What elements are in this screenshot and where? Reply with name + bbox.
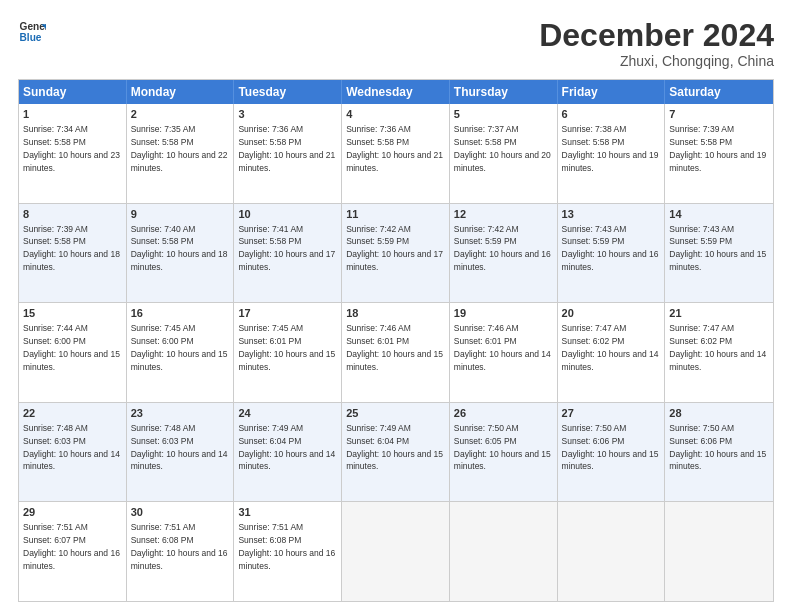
- day-number: 12: [454, 207, 553, 222]
- day-info: Sunrise: 7:40 AM Sunset: 5:58 PM Dayligh…: [131, 224, 228, 273]
- day-info: Sunrise: 7:38 AM Sunset: 5:58 PM Dayligh…: [562, 124, 659, 173]
- day-of-week-thursday: Thursday: [450, 80, 558, 104]
- day-number: 10: [238, 207, 337, 222]
- day-cell-19: 19Sunrise: 7:46 AM Sunset: 6:01 PM Dayli…: [450, 303, 558, 402]
- day-info: Sunrise: 7:37 AM Sunset: 5:58 PM Dayligh…: [454, 124, 551, 173]
- day-cell-2: 2Sunrise: 7:35 AM Sunset: 5:58 PM Daylig…: [127, 104, 235, 203]
- day-number: 24: [238, 406, 337, 421]
- day-cell-11: 11Sunrise: 7:42 AM Sunset: 5:59 PM Dayli…: [342, 204, 450, 303]
- day-number: 23: [131, 406, 230, 421]
- day-number: 13: [562, 207, 661, 222]
- month-title: December 2024: [539, 18, 774, 53]
- svg-text:General: General: [20, 21, 46, 32]
- logo-icon: General Blue: [18, 18, 46, 46]
- day-cell-9: 9Sunrise: 7:40 AM Sunset: 5:58 PM Daylig…: [127, 204, 235, 303]
- day-cell-13: 13Sunrise: 7:43 AM Sunset: 5:59 PM Dayli…: [558, 204, 666, 303]
- day-number: 1: [23, 107, 122, 122]
- day-of-week-monday: Monday: [127, 80, 235, 104]
- day-info: Sunrise: 7:51 AM Sunset: 6:07 PM Dayligh…: [23, 522, 120, 571]
- day-info: Sunrise: 7:39 AM Sunset: 5:58 PM Dayligh…: [23, 224, 120, 273]
- day-cell-14: 14Sunrise: 7:43 AM Sunset: 5:59 PM Dayli…: [665, 204, 773, 303]
- day-number: 8: [23, 207, 122, 222]
- day-info: Sunrise: 7:45 AM Sunset: 6:00 PM Dayligh…: [131, 323, 228, 372]
- day-info: Sunrise: 7:50 AM Sunset: 6:05 PM Dayligh…: [454, 423, 551, 472]
- day-cell-26: 26Sunrise: 7:50 AM Sunset: 6:05 PM Dayli…: [450, 403, 558, 502]
- day-info: Sunrise: 7:34 AM Sunset: 5:58 PM Dayligh…: [23, 124, 120, 173]
- day-cell-20: 20Sunrise: 7:47 AM Sunset: 6:02 PM Dayli…: [558, 303, 666, 402]
- day-info: Sunrise: 7:50 AM Sunset: 6:06 PM Dayligh…: [669, 423, 766, 472]
- day-info: Sunrise: 7:36 AM Sunset: 5:58 PM Dayligh…: [238, 124, 335, 173]
- day-info: Sunrise: 7:50 AM Sunset: 6:06 PM Dayligh…: [562, 423, 659, 472]
- day-cell-22: 22Sunrise: 7:48 AM Sunset: 6:03 PM Dayli…: [19, 403, 127, 502]
- day-number: 5: [454, 107, 553, 122]
- day-cell-12: 12Sunrise: 7:42 AM Sunset: 5:59 PM Dayli…: [450, 204, 558, 303]
- day-number: 18: [346, 306, 445, 321]
- calendar-row: 8Sunrise: 7:39 AM Sunset: 5:58 PM Daylig…: [19, 204, 773, 304]
- day-cell-10: 10Sunrise: 7:41 AM Sunset: 5:58 PM Dayli…: [234, 204, 342, 303]
- day-cell-30: 30Sunrise: 7:51 AM Sunset: 6:08 PM Dayli…: [127, 502, 235, 601]
- day-info: Sunrise: 7:45 AM Sunset: 6:01 PM Dayligh…: [238, 323, 335, 372]
- empty-cell: [342, 502, 450, 601]
- day-info: Sunrise: 7:44 AM Sunset: 6:00 PM Dayligh…: [23, 323, 120, 372]
- day-of-week-saturday: Saturday: [665, 80, 773, 104]
- day-info: Sunrise: 7:43 AM Sunset: 5:59 PM Dayligh…: [669, 224, 766, 273]
- day-cell-17: 17Sunrise: 7:45 AM Sunset: 6:01 PM Dayli…: [234, 303, 342, 402]
- day-number: 22: [23, 406, 122, 421]
- day-number: 31: [238, 505, 337, 520]
- day-number: 14: [669, 207, 769, 222]
- app-container: General Blue December 2024 Zhuxi, Chongq…: [0, 0, 792, 612]
- day-number: 28: [669, 406, 769, 421]
- header: General Blue December 2024 Zhuxi, Chongq…: [18, 18, 774, 69]
- day-cell-31: 31Sunrise: 7:51 AM Sunset: 6:08 PM Dayli…: [234, 502, 342, 601]
- day-info: Sunrise: 7:36 AM Sunset: 5:58 PM Dayligh…: [346, 124, 443, 173]
- day-info: Sunrise: 7:46 AM Sunset: 6:01 PM Dayligh…: [454, 323, 551, 372]
- day-number: 27: [562, 406, 661, 421]
- day-number: 29: [23, 505, 122, 520]
- day-of-week-friday: Friday: [558, 80, 666, 104]
- location: Zhuxi, Chongqing, China: [539, 53, 774, 69]
- day-number: 17: [238, 306, 337, 321]
- day-cell-1: 1Sunrise: 7:34 AM Sunset: 5:58 PM Daylig…: [19, 104, 127, 203]
- day-number: 15: [23, 306, 122, 321]
- day-number: 6: [562, 107, 661, 122]
- day-of-week-tuesday: Tuesday: [234, 80, 342, 104]
- day-info: Sunrise: 7:48 AM Sunset: 6:03 PM Dayligh…: [23, 423, 120, 472]
- day-of-week-sunday: Sunday: [19, 80, 127, 104]
- empty-cell: [558, 502, 666, 601]
- day-cell-7: 7Sunrise: 7:39 AM Sunset: 5:58 PM Daylig…: [665, 104, 773, 203]
- day-cell-8: 8Sunrise: 7:39 AM Sunset: 5:58 PM Daylig…: [19, 204, 127, 303]
- day-info: Sunrise: 7:49 AM Sunset: 6:04 PM Dayligh…: [346, 423, 443, 472]
- day-info: Sunrise: 7:39 AM Sunset: 5:58 PM Dayligh…: [669, 124, 766, 173]
- day-number: 2: [131, 107, 230, 122]
- day-cell-27: 27Sunrise: 7:50 AM Sunset: 6:06 PM Dayli…: [558, 403, 666, 502]
- day-info: Sunrise: 7:42 AM Sunset: 5:59 PM Dayligh…: [454, 224, 551, 273]
- title-section: December 2024 Zhuxi, Chongqing, China: [539, 18, 774, 69]
- day-cell-3: 3Sunrise: 7:36 AM Sunset: 5:58 PM Daylig…: [234, 104, 342, 203]
- day-cell-18: 18Sunrise: 7:46 AM Sunset: 6:01 PM Dayli…: [342, 303, 450, 402]
- day-cell-29: 29Sunrise: 7:51 AM Sunset: 6:07 PM Dayli…: [19, 502, 127, 601]
- day-info: Sunrise: 7:42 AM Sunset: 5:59 PM Dayligh…: [346, 224, 443, 273]
- day-number: 20: [562, 306, 661, 321]
- day-info: Sunrise: 7:47 AM Sunset: 6:02 PM Dayligh…: [562, 323, 659, 372]
- day-cell-4: 4Sunrise: 7:36 AM Sunset: 5:58 PM Daylig…: [342, 104, 450, 203]
- day-cell-6: 6Sunrise: 7:38 AM Sunset: 5:58 PM Daylig…: [558, 104, 666, 203]
- day-info: Sunrise: 7:51 AM Sunset: 6:08 PM Dayligh…: [238, 522, 335, 571]
- empty-cell: [450, 502, 558, 601]
- calendar-row: 29Sunrise: 7:51 AM Sunset: 6:07 PM Dayli…: [19, 502, 773, 601]
- day-cell-5: 5Sunrise: 7:37 AM Sunset: 5:58 PM Daylig…: [450, 104, 558, 203]
- calendar-row: 1Sunrise: 7:34 AM Sunset: 5:58 PM Daylig…: [19, 104, 773, 204]
- calendar: SundayMondayTuesdayWednesdayThursdayFrid…: [18, 79, 774, 602]
- day-cell-28: 28Sunrise: 7:50 AM Sunset: 6:06 PM Dayli…: [665, 403, 773, 502]
- empty-cell: [665, 502, 773, 601]
- day-cell-23: 23Sunrise: 7:48 AM Sunset: 6:03 PM Dayli…: [127, 403, 235, 502]
- logo: General Blue: [18, 18, 46, 46]
- day-number: 25: [346, 406, 445, 421]
- day-info: Sunrise: 7:47 AM Sunset: 6:02 PM Dayligh…: [669, 323, 766, 372]
- day-number: 11: [346, 207, 445, 222]
- day-info: Sunrise: 7:43 AM Sunset: 5:59 PM Dayligh…: [562, 224, 659, 273]
- day-number: 9: [131, 207, 230, 222]
- day-number: 4: [346, 107, 445, 122]
- day-of-week-wednesday: Wednesday: [342, 80, 450, 104]
- day-cell-25: 25Sunrise: 7:49 AM Sunset: 6:04 PM Dayli…: [342, 403, 450, 502]
- day-number: 3: [238, 107, 337, 122]
